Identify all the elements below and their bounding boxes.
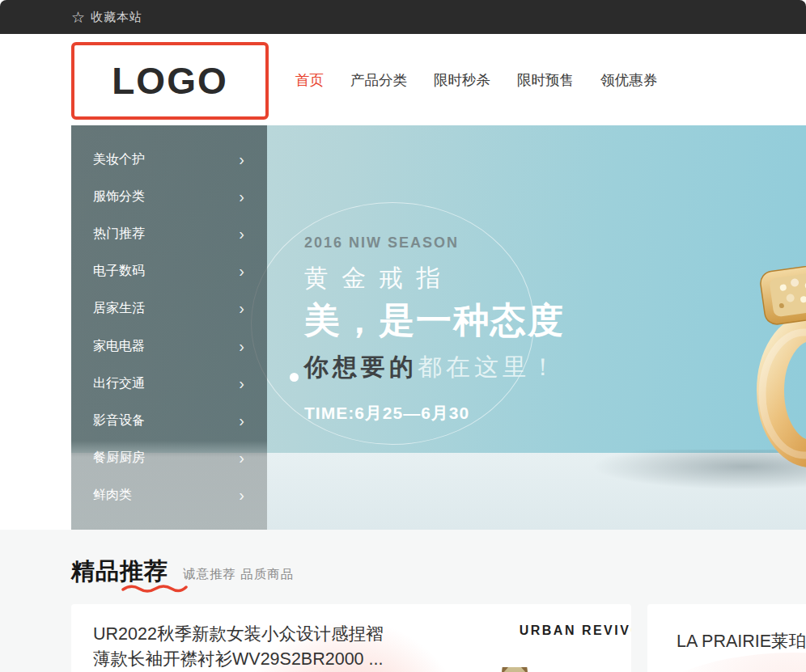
nav-item-flash-sale[interactable]: 限时秒杀 bbox=[434, 70, 490, 90]
gold-ring-icon bbox=[748, 261, 806, 471]
shirt-product-image bbox=[498, 667, 531, 672]
favorite-site-link[interactable]: 收藏本站 bbox=[91, 10, 142, 25]
decorative-dot bbox=[290, 373, 299, 382]
sidebar-item-electronics[interactable]: 电子数码› bbox=[71, 253, 267, 290]
chevron-right-icon: › bbox=[239, 449, 244, 467]
sidebar-item-home-life[interactable]: 居家生活› bbox=[71, 290, 267, 328]
sidebar-item-kitchen[interactable]: 餐厨厨房› bbox=[71, 440, 267, 477]
chevron-right-icon: › bbox=[239, 262, 244, 281]
sidebar-item-label: 餐厨厨房 bbox=[93, 450, 145, 467]
sidebar-item-beauty[interactable]: 美妆个护› bbox=[71, 141, 267, 178]
sidebar-item-label: 服饰分类 bbox=[93, 188, 145, 205]
product-card[interactable]: UR2022秋季新款女装小众设计感捏褶薄款长袖开襟衬衫WV29S2BR2000 … bbox=[71, 604, 631, 672]
chevron-right-icon: › bbox=[239, 374, 244, 393]
sidebar-item-label: 居家生活 bbox=[93, 300, 145, 317]
sidebar-item-label: 影音设备 bbox=[93, 412, 145, 429]
chevron-right-icon: › bbox=[239, 299, 244, 318]
product-card[interactable]: LA PRAIRIE莱珀 ¥9,40 bbox=[647, 604, 806, 672]
chevron-right-icon: › bbox=[239, 412, 244, 430]
banner-subtitle: 黄金戒指 bbox=[304, 262, 565, 295]
section-title: 精品推荐 bbox=[71, 558, 168, 584]
nav-item-categories[interactable]: 产品分类 bbox=[350, 70, 407, 90]
banner-tagline: 你想要的都在这里！ bbox=[304, 351, 565, 384]
sidebar-item-label: 出行交通 bbox=[93, 375, 145, 392]
hero-banner[interactable]: 2016 NIW SEASON 黄金戒指 美，是一种态度 你想要的都在这里！ T… bbox=[71, 125, 806, 530]
main-nav: 首页 产品分类 限时秒杀 限时预售 领优惠券 bbox=[295, 70, 657, 90]
recommend-section: 精品推荐 诚意推荐 品质商品 UR2022秋季新款女装小众设计感捏褶薄款长袖开襟… bbox=[0, 530, 806, 672]
sidebar-item-av-equipment[interactable]: 影音设备› bbox=[71, 402, 267, 439]
product-cards: UR2022秋季新款女装小众设计感捏褶薄款长袖开襟衬衫WV29S2BR2000 … bbox=[71, 604, 806, 672]
chevron-right-icon: › bbox=[239, 188, 244, 206]
sidebar-item-label: 电子数码 bbox=[93, 263, 145, 280]
star-icon: ☆ bbox=[71, 10, 85, 25]
banner-title: 美，是一种态度 bbox=[304, 297, 565, 344]
sidebar-item-hot[interactable]: 热门推荐› bbox=[71, 215, 267, 252]
product-brand: URBAN REVIVO bbox=[439, 623, 631, 638]
banner-time: TIME:6月25—6月30 bbox=[304, 402, 565, 425]
chevron-right-icon: › bbox=[239, 225, 244, 243]
chevron-right-icon: › bbox=[239, 150, 244, 169]
sidebar-item-fresh-meat[interactable]: 鲜肉类› bbox=[71, 477, 267, 514]
banner-text: 2016 NIW SEASON 黄金戒指 美，是一种态度 你想要的都在这里！ T… bbox=[304, 235, 565, 425]
logo[interactable]: LOGO bbox=[71, 42, 269, 120]
sidebar-item-label: 家电电器 bbox=[93, 338, 145, 355]
chevron-right-icon: › bbox=[239, 337, 244, 356]
product-title[interactable]: UR2022秋季新款女装小众设计感捏褶薄款长袖开襟衬衫WV29S2BR2000 … bbox=[93, 622, 399, 672]
logo-text: LOGO bbox=[112, 59, 227, 103]
nav-item-presale[interactable]: 限时预售 bbox=[517, 70, 574, 90]
topbar: ☆ 收藏本站 bbox=[0, 0, 806, 34]
section-subtitle: 诚意推荐 品质商品 bbox=[183, 566, 294, 583]
wavy-underline-icon bbox=[121, 583, 188, 593]
chevron-right-icon: › bbox=[239, 486, 244, 505]
product-title[interactable]: LA PRAIRIE莱珀 bbox=[677, 629, 806, 653]
recommend-header: 精品推荐 诚意推荐 品质商品 bbox=[71, 556, 806, 588]
sidebar-item-label: 美妆个护 bbox=[93, 151, 145, 168]
sidebar-item-appliances[interactable]: 家电电器› bbox=[71, 328, 267, 365]
category-sidebar: 美妆个护› 服饰分类› 热门推荐› 电子数码› 居家生活› 家电电器› 出行交通… bbox=[71, 125, 267, 530]
sidebar-item-apparel[interactable]: 服饰分类› bbox=[71, 178, 267, 215]
sidebar-item-travel[interactable]: 出行交通› bbox=[71, 365, 267, 402]
sidebar-item-label: 热门推荐 bbox=[93, 226, 145, 243]
banner-tagline-light: 都在这里！ bbox=[418, 353, 559, 380]
nav-item-coupons[interactable]: 领优惠券 bbox=[600, 70, 657, 90]
banner-tagline-dark: 你想要的 bbox=[304, 353, 418, 380]
header: LOGO 首页 产品分类 限时秒杀 限时预售 领优惠券 bbox=[0, 34, 806, 125]
nav-item-home[interactable]: 首页 bbox=[295, 70, 324, 90]
sidebar-item-label: 鲜肉类 bbox=[93, 487, 132, 504]
banner-season: 2016 NIW SEASON bbox=[304, 235, 565, 251]
